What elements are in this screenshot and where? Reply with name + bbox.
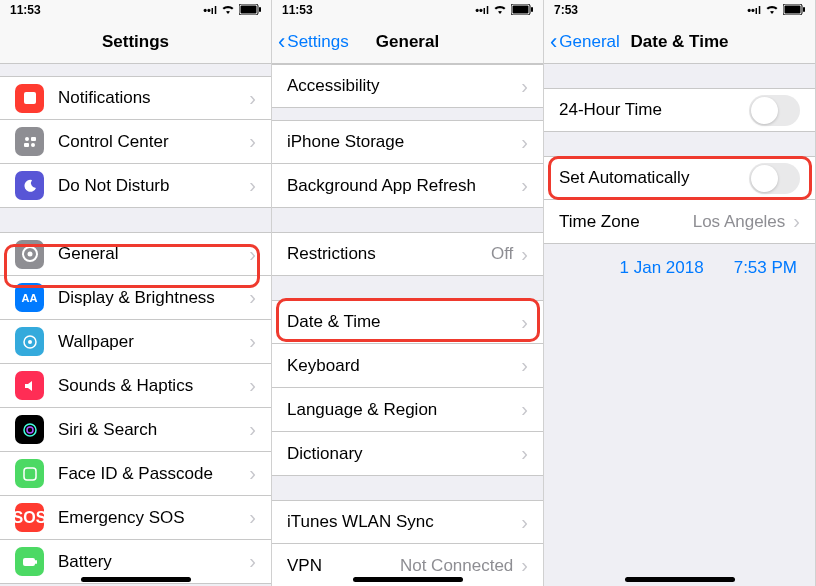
svg-rect-2 (259, 7, 261, 12)
cell-label: Background App Refresh (287, 176, 521, 196)
cell-label: Set Automatically (559, 168, 749, 188)
chevron-right-icon: › (249, 286, 256, 309)
cell-dictionary[interactable]: Dictionary › (272, 432, 543, 476)
cell-label: General (58, 244, 249, 264)
chevron-right-icon: › (793, 210, 800, 233)
status-time: 7:53 (554, 3, 578, 17)
settings-panel: 11:53 ••ıl Settings Notifications › Co (0, 0, 272, 586)
chevron-right-icon: › (521, 174, 528, 197)
cell-label: iTunes WLAN Sync (287, 512, 521, 532)
back-label: General (559, 32, 619, 52)
nav-bar: ‹ Settings General (272, 20, 543, 64)
cell-datetime[interactable]: Date & Time › (272, 300, 543, 344)
chevron-right-icon: › (521, 75, 528, 98)
datetime-picker-row[interactable]: 1 Jan 2018 7:53 PM (544, 244, 815, 292)
chevron-right-icon: › (249, 550, 256, 573)
cell-detail: Los Angeles (693, 212, 786, 232)
moon-icon (15, 171, 44, 200)
cell-label: Wallpaper (58, 332, 249, 352)
gear-icon (15, 240, 44, 269)
control-center-icon (15, 127, 44, 156)
cell-label: Dictionary (287, 444, 521, 464)
cell-label: VPN (287, 556, 400, 576)
chevron-right-icon: › (521, 442, 528, 465)
cell-control-center[interactable]: Control Center › (0, 120, 271, 164)
cell-label: Sounds & Haptics (58, 376, 249, 396)
cell-label: iPhone Storage (287, 132, 521, 152)
svg-rect-19 (531, 7, 533, 12)
cell-label: 24-Hour Time (559, 100, 749, 120)
cell-background-refresh[interactable]: Background App Refresh › (272, 164, 543, 208)
chevron-right-icon: › (521, 554, 528, 577)
general-panel: 11:53 ••ıl ‹ Settings General Accessibil… (272, 0, 544, 586)
cell-restrictions[interactable]: Restrictions Off › (272, 232, 543, 276)
status-time: 11:53 (282, 3, 313, 17)
cell-faceid[interactable]: Face ID & Passcode › (0, 452, 271, 496)
cell-siri[interactable]: Siri & Search › (0, 408, 271, 452)
nav-bar: Settings (0, 20, 271, 64)
sos-icon: SOS (15, 503, 44, 532)
cell-set-auto[interactable]: Set Automatically (544, 156, 815, 200)
cell-accessibility[interactable]: Accessibility › (272, 64, 543, 108)
toggle-set-auto[interactable] (749, 163, 800, 194)
cell-label: Language & Region (287, 400, 521, 420)
battery-icon (15, 547, 44, 576)
chevron-right-icon: › (521, 398, 528, 421)
cell-display[interactable]: AA Display & Brightness › (0, 276, 271, 320)
notifications-icon (15, 84, 44, 113)
datetime-panel: 7:53 ••ıl ‹ General Date & Time 24-Hour … (544, 0, 816, 586)
page-title: Date & Time (631, 32, 729, 52)
faceid-icon (15, 459, 44, 488)
sos-text: SOS (13, 509, 47, 527)
cell-label: Do Not Disturb (58, 176, 249, 196)
chevron-right-icon: › (249, 174, 256, 197)
cell-label: Control Center (58, 132, 249, 152)
status-bar: 11:53 ••ıl (272, 0, 543, 20)
svg-point-11 (28, 340, 32, 344)
svg-rect-21 (785, 5, 801, 13)
chevron-right-icon: › (249, 130, 256, 153)
svg-point-4 (25, 137, 29, 141)
battery-icon (511, 4, 533, 17)
cell-sounds[interactable]: Sounds & Haptics › (0, 364, 271, 408)
chevron-right-icon: › (249, 374, 256, 397)
cell-label: Siri & Search (58, 420, 249, 440)
cell-keyboard[interactable]: Keyboard › (272, 344, 543, 388)
time-value[interactable]: 7:53 PM (734, 258, 797, 278)
cell-label: Notifications (58, 88, 249, 108)
svg-rect-5 (31, 137, 36, 141)
display-icon: AA (15, 283, 44, 312)
cell-24hour[interactable]: 24-Hour Time (544, 88, 815, 132)
back-label: Settings (287, 32, 348, 52)
chevron-right-icon: › (249, 87, 256, 110)
svg-point-12 (24, 424, 36, 436)
cell-label: Accessibility (287, 76, 521, 96)
cell-sos[interactable]: SOS Emergency SOS › (0, 496, 271, 540)
toggle-24hour[interactable] (749, 95, 800, 126)
date-value[interactable]: 1 Jan 2018 (620, 258, 704, 278)
battery-icon (783, 4, 805, 17)
svg-point-13 (27, 427, 33, 433)
back-button[interactable]: ‹ Settings (278, 32, 349, 52)
home-indicator[interactable] (353, 577, 463, 582)
chevron-right-icon: › (249, 506, 256, 529)
home-indicator[interactable] (625, 577, 735, 582)
chevron-right-icon: › (249, 418, 256, 441)
cell-label: Keyboard (287, 356, 521, 376)
cell-general[interactable]: General › (0, 232, 271, 276)
cell-language[interactable]: Language & Region › (272, 388, 543, 432)
cell-label: Emergency SOS (58, 508, 249, 528)
cell-wallpaper[interactable]: Wallpaper › (0, 320, 271, 364)
cell-detail: Not Connected (400, 556, 513, 576)
chevron-right-icon: › (521, 311, 528, 334)
cell-dnd[interactable]: Do Not Disturb › (0, 164, 271, 208)
cell-itunes-sync[interactable]: iTunes WLAN Sync › (272, 500, 543, 544)
back-button[interactable]: ‹ General (550, 32, 620, 52)
cell-storage[interactable]: iPhone Storage › (272, 120, 543, 164)
svg-rect-1 (241, 5, 257, 13)
chevron-right-icon: › (521, 131, 528, 154)
cell-timezone[interactable]: Time Zone Los Angeles › (544, 200, 815, 244)
cell-notifications[interactable]: Notifications › (0, 76, 271, 120)
status-bar: 11:53 ••ıl (0, 0, 271, 20)
home-indicator[interactable] (81, 577, 191, 582)
